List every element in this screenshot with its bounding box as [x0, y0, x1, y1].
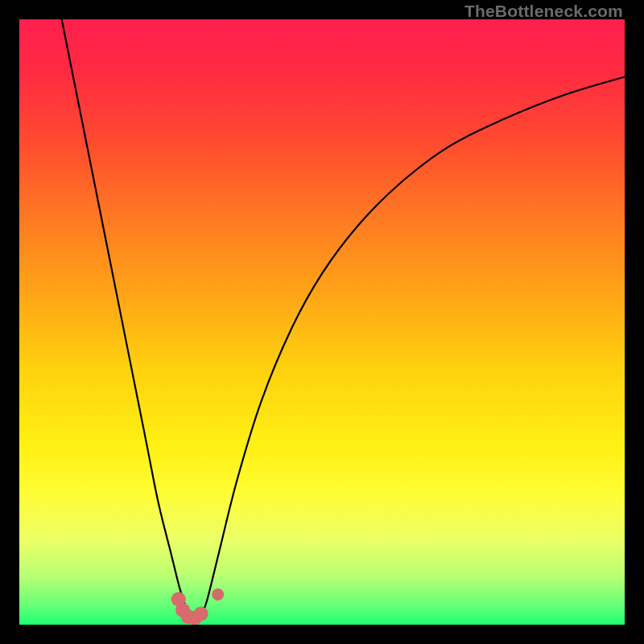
chart-svg — [19, 19, 625, 625]
chart-plot-area — [19, 19, 625, 625]
marker-left-5 — [194, 606, 208, 621]
chart-background-gradient — [19, 19, 625, 625]
marker-right-1 — [212, 588, 224, 601]
watermark-text: TheBottleneck.com — [464, 2, 623, 21]
chart-frame: TheBottleneck.com — [0, 0, 644, 644]
